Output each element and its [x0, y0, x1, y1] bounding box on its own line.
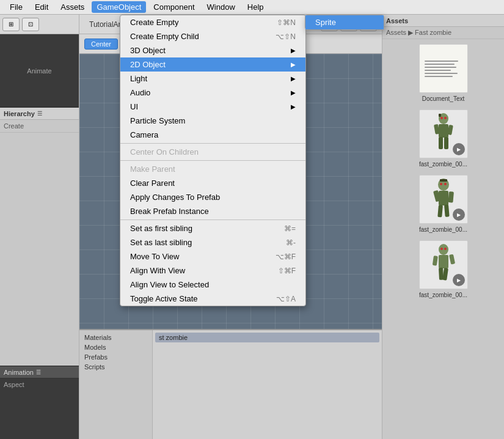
go-first-sibling[interactable]: Set as first sibling ⌘= — [120, 221, 305, 235]
go-ui[interactable]: UI ▶ — [120, 100, 305, 114]
animation-label: Animation — [4, 369, 34, 376]
folder-materials[interactable]: Materials — [79, 333, 152, 342]
play-overlay-zombie2[interactable]: ▶ — [453, 208, 465, 221]
go-align-with-view-shortcut: ⇧⌘F — [278, 267, 296, 275]
menu-help[interactable]: Help — [243, 1, 269, 13]
play-overlay-zombie3[interactable]: ▶ — [453, 274, 465, 286]
svg-rect-5 — [444, 137, 448, 149]
go-light[interactable]: Light ▶ — [120, 72, 305, 86]
bottom-project-panel: Materials Models Prefabs Scripts st zomb… — [79, 329, 382, 439]
go-light-arrow: ▶ — [291, 75, 296, 82]
folder-prefabs[interactable]: Prefabs — [79, 352, 152, 362]
asset-label-doc: Document_Text — [422, 95, 464, 102]
go-apply-changes[interactable]: Apply Changes To Prefab — [120, 190, 305, 204]
go-move-to-view[interactable]: Move To View ⌥⌘F — [120, 249, 305, 264]
svg-point-25 — [444, 248, 447, 250]
go-ui-arrow: ▶ — [291, 103, 296, 110]
submenu-sprite-label: Sprite — [315, 18, 336, 27]
menu-window[interactable]: Window — [202, 1, 240, 13]
go-break-prefab[interactable]: Break Prefab Instance — [120, 204, 305, 218]
toolbar-btn-2[interactable]: ⊡ — [22, 18, 39, 31]
svg-rect-17 — [440, 179, 447, 182]
menu-file[interactable]: File — [5, 1, 27, 13]
svg-rect-12 — [448, 191, 454, 203]
menu-gameobject[interactable]: GameObject — [92, 1, 146, 13]
go-toggle-active[interactable]: Toggle Active State ⌥⇧A — [120, 292, 305, 306]
go-last-sibling-label: Set as last sibling — [130, 238, 192, 247]
go-audio-arrow: ▶ — [291, 89, 296, 96]
doc-line — [425, 76, 453, 77]
right-panel: Assets Assets ▶ Fast zombie Docume — [382, 15, 504, 439]
project-assets-area: st zombie — [153, 330, 382, 439]
doc-line — [425, 64, 455, 65]
doc-line — [425, 67, 457, 68]
go-audio[interactable]: Audio ▶ — [120, 86, 305, 100]
menu-bar: File Edit Assets GameObject Component Wi… — [0, 0, 504, 15]
go-align-view-selected[interactable]: Align View to Selected — [120, 278, 305, 292]
go-align-with-view[interactable]: Align With View ⇧⌘F — [120, 264, 305, 278]
menu-edit[interactable]: Edit — [30, 1, 53, 13]
assets-header-label: Assets — [386, 17, 408, 24]
svg-rect-23 — [442, 268, 448, 281]
svg-rect-19 — [439, 255, 448, 268]
go-3d-object[interactable]: 3D Object ▶ — [120, 43, 305, 57]
asset-label-zombie1: fast_zombie_00... — [419, 161, 467, 168]
doc-line — [425, 70, 451, 71]
go-camera[interactable]: Camera — [120, 128, 305, 142]
asset-thumb-doc[interactable] — [419, 44, 468, 93]
go-clear-parent[interactable]: Clear Parent — [120, 176, 305, 190]
go-make-parent: Make Parent — [120, 162, 305, 176]
asset-item-zombie3: ▶ fast_zombie_00... — [387, 240, 499, 298]
go-camera-label: Camera — [130, 130, 158, 139]
go-toggle-active-shortcut: ⌥⇧A — [276, 295, 296, 303]
go-separator-3 — [120, 220, 305, 220]
go-create-empty-child[interactable]: Create Empty Child ⌥⇧N — [120, 29, 305, 43]
center-btn[interactable]: Center — [84, 39, 118, 50]
toolbar-btn-1[interactable]: ⊞ — [2, 18, 20, 31]
go-create-empty-label: Create Empty — [130, 18, 178, 27]
asset-item-zombie1: ▶ fast_zombie_00... — [387, 109, 499, 168]
go-particle-system[interactable]: Particle System — [120, 114, 305, 128]
asset-thumb-zombie3[interactable]: ▶ — [419, 240, 468, 289]
svg-rect-10 — [439, 191, 448, 205]
go-first-sibling-shortcut: ⌘= — [284, 224, 296, 233]
anim-menu-icon: ☰ — [36, 369, 41, 375]
menu-assets[interactable]: Assets — [56, 1, 89, 13]
asset-thumb-zombie1[interactable]: ▶ — [419, 109, 468, 158]
doc-line — [425, 61, 459, 62]
go-last-sibling[interactable]: Set as last sibling ⌘- — [120, 235, 305, 249]
go-center-children: Center On Children — [120, 145, 305, 159]
go-light-label: Light — [130, 74, 147, 83]
go-apply-changes-label: Apply Changes To Prefab — [130, 193, 220, 202]
go-toggle-active-label: Toggle Active State — [130, 294, 198, 303]
go-create-empty-child-label: Create Empty Child — [130, 32, 199, 41]
go-ui-label: UI — [130, 102, 138, 111]
animate-label: Animate — [27, 67, 51, 75]
gameobject-menu[interactable]: Create Empty ⇧⌘N Create Empty Child ⌥⇧N … — [120, 15, 306, 306]
svg-point-16 — [444, 183, 447, 185]
svg-rect-4 — [439, 137, 443, 149]
create-btn[interactable]: Create — [4, 122, 24, 130]
svg-point-6 — [440, 117, 443, 119]
go-2d-object[interactable]: 2D Object ▶ — [120, 57, 305, 72]
play-overlay-zombie1[interactable]: ▶ — [453, 143, 465, 155]
go-center-children-label: Center On Children — [130, 147, 199, 157]
create-row: Create — [0, 120, 79, 133]
go-clear-parent-label: Clear Parent — [130, 179, 175, 188]
go-create-empty[interactable]: Create Empty ⇧⌘N — [120, 15, 305, 29]
folder-scripts[interactable]: Scripts — [79, 362, 152, 372]
go-make-parent-label: Make Parent — [130, 164, 175, 174]
submenu-2d[interactable]: Sprite — [305, 15, 384, 30]
menu-component[interactable]: Component — [148, 1, 199, 13]
go-move-to-view-label: Move To View — [130, 252, 179, 261]
go-create-empty-child-shortcut: ⌥⇧N — [276, 32, 296, 41]
go-particle-label: Particle System — [130, 116, 185, 125]
submenu-sprite[interactable]: Sprite — [305, 15, 384, 29]
asset-thumb-zombie2[interactable]: ▶ — [419, 175, 468, 224]
folder-models[interactable]: Models — [79, 342, 152, 352]
go-break-prefab-label: Break Prefab Instance — [130, 207, 209, 216]
go-2d-arrow: ▶ — [291, 61, 296, 68]
project-selected-item[interactable]: st zombie — [155, 333, 379, 342]
svg-point-24 — [440, 248, 443, 250]
go-align-with-view-label: Align With View — [130, 266, 185, 275]
